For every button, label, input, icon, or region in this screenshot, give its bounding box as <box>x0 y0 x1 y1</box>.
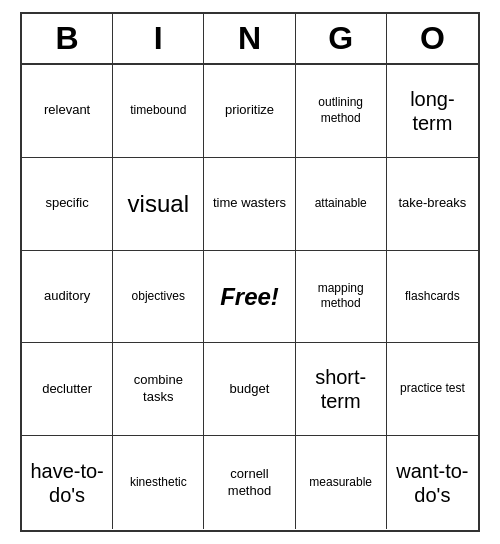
cell-text-r4-c1: kinesthetic <box>130 475 187 491</box>
header-letter-i: I <box>113 14 204 63</box>
header-letter-n: N <box>204 14 295 63</box>
cell-r1-c0: specific <box>22 158 113 251</box>
cell-r0-c4: long-term <box>387 65 478 158</box>
cell-r3-c0: declutter <box>22 343 113 436</box>
cell-text-r2-c4: flashcards <box>405 289 460 305</box>
cell-text-r3-c0: declutter <box>42 381 92 398</box>
cell-text-r4-c3: measurable <box>309 475 372 491</box>
cell-r1-c3: attainable <box>296 158 387 251</box>
cell-text-r0-c1: timebound <box>130 103 186 119</box>
cell-text-r2-c1: objectives <box>132 289 185 305</box>
cell-r2-c2: Free! <box>204 251 295 344</box>
cell-text-r3-c2: budget <box>230 381 270 398</box>
cell-r3-c1: combine tasks <box>113 343 204 436</box>
cell-r4-c2: cornell method <box>204 436 295 529</box>
cell-r0-c3: outlining method <box>296 65 387 158</box>
cell-r2-c4: flashcards <box>387 251 478 344</box>
cell-text-r4-c2: cornell method <box>208 466 290 500</box>
cell-r3-c4: practice test <box>387 343 478 436</box>
cell-text-r4-c4: want-to-do's <box>391 459 474 507</box>
header-letter-o: O <box>387 14 478 63</box>
cell-text-r2-c3: mapping method <box>300 281 382 312</box>
cell-r1-c2: time wasters <box>204 158 295 251</box>
header-letter-g: G <box>296 14 387 63</box>
cell-r0-c0: relevant <box>22 65 113 158</box>
cell-text-r2-c0: auditory <box>44 288 90 305</box>
cell-text-r1-c4: take-breaks <box>398 195 466 212</box>
cell-r2-c1: objectives <box>113 251 204 344</box>
cell-text-r4-c0: have-to-do's <box>26 459 108 507</box>
bingo-card: BINGO relevanttimeboundprioritizeoutlini… <box>20 12 480 532</box>
cell-r3-c3: short-term <box>296 343 387 436</box>
cell-text-r3-c4: practice test <box>400 381 465 397</box>
cell-r0-c1: timebound <box>113 65 204 158</box>
cell-text-r1-c0: specific <box>45 195 88 212</box>
cell-r4-c0: have-to-do's <box>22 436 113 529</box>
cell-r2-c0: auditory <box>22 251 113 344</box>
cell-text-r1-c3: attainable <box>315 196 367 212</box>
cell-text-r0-c4: long-term <box>391 87 474 135</box>
cell-text-r0-c3: outlining method <box>300 95 382 126</box>
cell-r4-c3: measurable <box>296 436 387 529</box>
cell-text-r1-c1: visual <box>128 190 189 218</box>
cell-r4-c1: kinesthetic <box>113 436 204 529</box>
cell-text-r3-c3: short-term <box>300 365 382 413</box>
cell-text-r2-c2: Free! <box>220 283 279 311</box>
cell-text-r0-c2: prioritize <box>225 102 274 119</box>
cell-text-r3-c1: combine tasks <box>117 372 199 406</box>
cell-r3-c2: budget <box>204 343 295 436</box>
header-letter-b: B <box>22 14 113 63</box>
cell-text-r0-c0: relevant <box>44 102 90 119</box>
cell-text-r1-c2: time wasters <box>213 195 286 212</box>
cell-r4-c4: want-to-do's <box>387 436 478 529</box>
cell-r1-c4: take-breaks <box>387 158 478 251</box>
cell-r1-c1: visual <box>113 158 204 251</box>
cell-r2-c3: mapping method <box>296 251 387 344</box>
bingo-header: BINGO <box>22 14 478 65</box>
cell-r0-c2: prioritize <box>204 65 295 158</box>
bingo-grid: relevanttimeboundprioritizeoutlining met… <box>22 65 478 529</box>
